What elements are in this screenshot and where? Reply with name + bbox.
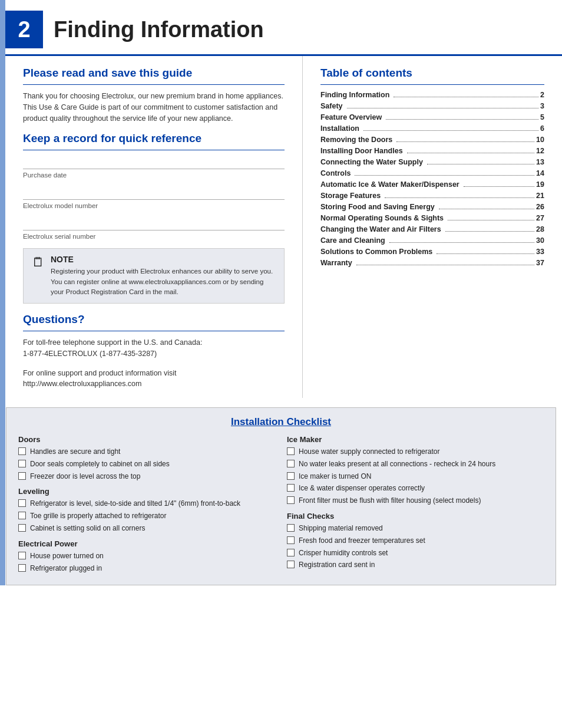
installation-checklist: Installation Checklist DoorsHandles are … — [6, 407, 556, 585]
toc-item: Feature Overview 5 — [320, 113, 544, 121]
note-text: Registering your product with Electrolux… — [51, 266, 276, 297]
checklist-item: Refrigerator is level, side-to-side and … — [18, 499, 275, 509]
checklist-title: Installation Checklist — [18, 416, 544, 428]
checklist-checkbox[interactable] — [18, 472, 26, 480]
checklist-item-text: Front filter must be flush with filter h… — [299, 496, 481, 506]
checklist-item: Door seals completely to cabinet on all … — [18, 459, 275, 469]
toc-list: Finding Information 2 Safety 3 Feature O… — [320, 91, 544, 267]
toc-dots — [356, 265, 534, 265]
checklist-checkbox[interactable] — [18, 564, 26, 572]
toc-item-page: 26 — [536, 203, 544, 211]
checklist-item: Registration card sent in — [287, 560, 544, 570]
checklist-subhead: Electrical Power — [18, 539, 275, 548]
checklist-checkbox[interactable] — [18, 499, 26, 507]
keep-record-section: Keep a record for quick reference Purcha… — [23, 132, 285, 240]
checklist-subhead: Final Checks — [287, 512, 544, 521]
serial-number-label: Electrolux serial number — [23, 233, 285, 240]
checklist-checkbox[interactable] — [287, 460, 295, 467]
checklist-subhead: Leveling — [18, 487, 275, 496]
checklist-item-text: Handles are secure and tight — [30, 447, 120, 457]
toc-dots — [448, 220, 534, 220]
toc-item: Storing Food and Saving Energy 26 — [320, 203, 544, 211]
checklist-checkbox[interactable] — [287, 524, 295, 532]
toc-item-page: 2 — [540, 91, 544, 99]
phone-number: 1-877-4ELECTROLUX (1-877-435-3287) — [23, 350, 157, 358]
checklist-item-text: Crisper humidity controls set — [299, 548, 388, 558]
toc-dots — [464, 186, 534, 187]
checklist-checkbox[interactable] — [287, 549, 295, 556]
checklist-item: Refrigerator plugged in — [18, 564, 275, 574]
checklist-item-text: Ice & water dispenser operates correctly — [299, 483, 425, 493]
checklist-checkbox[interactable] — [287, 496, 295, 504]
checklist-item: House power turned on — [18, 551, 275, 561]
toc-item-title: Storage Features — [320, 192, 383, 200]
note-title: NOTE — [51, 255, 276, 264]
checklist-item: House water supply connected to refriger… — [287, 447, 544, 457]
checklist-item-text: Fresh food and freezer temperatures set — [299, 536, 425, 546]
checklist-item: Crisper humidity controls set — [287, 548, 544, 558]
checklist-checkbox[interactable] — [287, 561, 295, 568]
checklist-item-text: No water leaks present at all connection… — [299, 459, 495, 469]
model-number-label: Electrolux model number — [23, 202, 285, 209]
toc-dots — [394, 97, 538, 97]
purchase-date-line — [23, 156, 285, 169]
toc-item-title: Normal Operating Sounds & Sights — [320, 214, 446, 222]
toc-item: Solutions to Common Problems 33 — [320, 248, 544, 256]
toc-item-page: 30 — [536, 236, 544, 245]
questions-heading: Questions? — [23, 313, 285, 326]
checklist-checkbox[interactable] — [18, 460, 26, 467]
toc-item-page: 10 — [536, 136, 544, 144]
note-icon: 🗒 — [32, 255, 45, 270]
toc-dots — [437, 253, 534, 254]
toc-dots — [386, 119, 538, 120]
checklist-item-text: Refrigerator plugged in — [30, 564, 102, 574]
please-read-heading: Please read and save this guide — [23, 67, 285, 80]
toc-dots — [396, 141, 534, 142]
toc-item-title: Warranty — [320, 259, 355, 267]
toc-dots — [347, 108, 539, 108]
toc-item-page: 37 — [536, 259, 544, 267]
questions-phone-text: For toll-free telephone support in the U… — [23, 337, 285, 360]
checklist-item-text: Ice maker is turned ON — [299, 472, 371, 482]
checklist-left-col: DoorsHandles are secure and tightDoor se… — [18, 435, 275, 575]
toc-item: Safety 3 — [320, 102, 544, 110]
checklist-item-text: Toe grille is properly attached to refri… — [30, 511, 166, 521]
toc-item-title: Controls — [320, 169, 353, 177]
checklist-item-text: Door seals completely to cabinet on all … — [30, 459, 170, 469]
toc-item-title: Automatic Ice & Water Maker/Dispenser — [320, 180, 462, 189]
page-number: 2 — [5, 11, 43, 48]
checklist-checkbox[interactable] — [18, 512, 26, 519]
checklist-checkbox[interactable] — [287, 447, 295, 455]
checklist-checkbox[interactable] — [287, 472, 295, 480]
toc-dots — [363, 130, 538, 131]
checklist-checkbox[interactable] — [287, 536, 295, 544]
checklist-item-text: Cabinet is setting solid on all corners — [30, 523, 145, 533]
toc-item-page: 19 — [536, 180, 544, 189]
checklist-item-text: Freezer door is level across the top — [30, 472, 140, 482]
checklist-item: Shipping material removed — [287, 523, 544, 533]
toc-dots — [445, 231, 534, 232]
checklist-item: No water leaks present at all connection… — [287, 459, 544, 469]
checklist-checkbox[interactable] — [18, 552, 26, 559]
toc-item-title: Installing Door Handles — [320, 147, 405, 155]
checklist-checkbox[interactable] — [18, 524, 26, 532]
checklist-item: Cabinet is setting solid on all corners — [18, 523, 275, 533]
toc-heading: Table of contents — [320, 67, 544, 80]
toc-dots — [385, 197, 534, 198]
toc-item-title: Finding Information — [320, 91, 392, 99]
checklist-checkbox[interactable] — [287, 484, 295, 492]
keep-record-heading: Keep a record for quick reference — [23, 132, 285, 145]
model-number-line — [23, 187, 285, 200]
toc-item-page: 14 — [536, 169, 544, 177]
questions-section: Questions? For toll-free telephone suppo… — [23, 313, 285, 390]
toc-item: Care and Cleaning 30 — [320, 236, 544, 245]
toc-item: Connecting the Water Supply 13 — [320, 158, 544, 166]
toc-item-page: 6 — [540, 124, 544, 133]
toc-item-title: Feature Overview — [320, 113, 384, 121]
checklist-item: Freezer door is level across the top — [18, 472, 275, 482]
toc-item-page: 3 — [540, 102, 544, 110]
checklist-checkbox[interactable] — [18, 447, 26, 455]
toc-item-title: Storing Food and Saving Energy — [320, 203, 437, 211]
toc-item: Controls 14 — [320, 169, 544, 177]
toc-item: Normal Operating Sounds & Sights 27 — [320, 214, 544, 222]
